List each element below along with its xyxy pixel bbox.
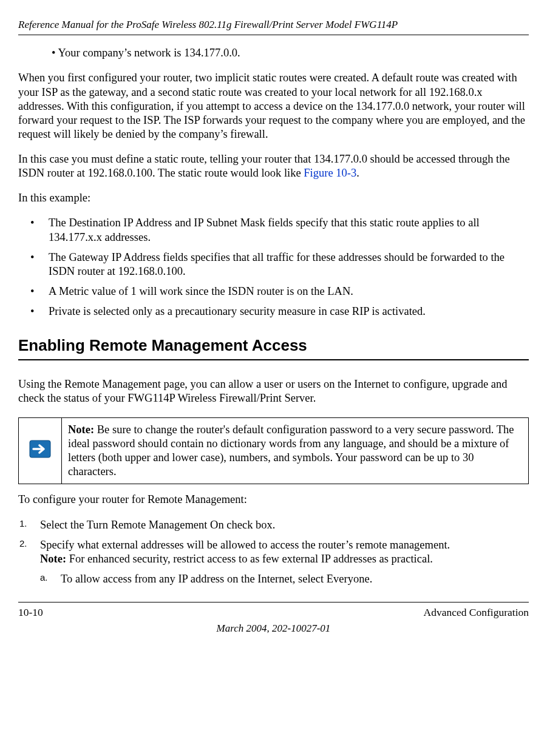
paragraph-define-static-route: In this case you must define a static ro… <box>18 152 529 180</box>
step-number: 1. <box>19 518 40 532</box>
note-text-cell: Note: Be sure to change the router's def… <box>62 417 529 484</box>
list-item-text: Private is selected only as a precaution… <box>49 305 426 319</box>
step-body: Specify what external addresses will be … <box>40 538 450 586</box>
bullet-icon: • <box>30 251 49 278</box>
step-note-text: For enhanced security, restrict access t… <box>66 553 433 565</box>
section-heading-remote-management: Enabling Remote Management Access <box>18 336 529 360</box>
step-note-label: Note: <box>40 553 66 565</box>
list-item: 1. Select the Turn Remote Management On … <box>18 518 529 532</box>
arrow-right-icon <box>29 440 51 462</box>
paragraph-remote-management: Using the Remote Management page, you ca… <box>18 377 529 405</box>
list-item: • The Destination IP Address and IP Subn… <box>18 216 529 244</box>
sub-step-text: To allow access from any IP address on t… <box>61 572 372 586</box>
list-item: 2. Specify what external addresses will … <box>18 538 529 586</box>
figure-link[interactable]: Figure 10-3 <box>304 167 356 179</box>
note-box: Note: Be sure to change the router's def… <box>18 417 529 485</box>
paragraph-implicit-routes: When you first configured your router, t… <box>18 71 529 141</box>
list-item-text: The Destination IP Address and IP Subnet… <box>49 216 529 244</box>
bullet-icon: • <box>30 285 49 299</box>
step-number: 2. <box>19 538 40 586</box>
bullet-icon: • <box>30 305 49 319</box>
bullet-icon: • <box>30 216 49 244</box>
page-number: 10-10 <box>18 606 43 619</box>
sub-step-number: a. <box>40 572 61 586</box>
list-item: • Private is selected only as a precauti… <box>18 305 529 319</box>
note-label: Note: <box>68 424 94 436</box>
example-bullet-list: • The Destination IP Address and IP Subn… <box>18 216 529 319</box>
note-text: Be sure to change the router's default c… <box>68 424 514 478</box>
list-item-text: A Metric value of 1 will work since the … <box>49 285 353 299</box>
list-item: • The Gateway IP Address fields specifie… <box>18 251 529 278</box>
text: . <box>356 167 359 179</box>
text: In this case you must define a static ro… <box>18 153 510 179</box>
list-item-text: The Gateway IP Address fields specifies … <box>49 251 529 278</box>
footer-date-doc: March 2004, 202-10027-01 <box>18 622 529 635</box>
paragraph-configure-intro: To configure your router for Remote Mana… <box>18 493 529 507</box>
page-footer: 10-10 Advanced Configuration <box>18 602 529 619</box>
company-network-bullet: • Your company’s network is 134.177.0.0. <box>52 46 529 60</box>
running-header: Reference Manual for the ProSafe Wireles… <box>18 18 529 35</box>
note-icon-cell <box>19 417 62 484</box>
list-item: • A Metric value of 1 will work since th… <box>18 285 529 299</box>
sub-step: a. To allow access from any IP address o… <box>40 572 450 586</box>
configure-steps: 1. Select the Turn Remote Management On … <box>18 518 529 587</box>
chapter-title: Advanced Configuration <box>424 606 529 619</box>
paragraph-example-intro: In this example: <box>18 191 529 205</box>
step-text: Select the Turn Remote Management On che… <box>40 518 275 532</box>
step-text: Specify what external addresses will be … <box>40 539 450 551</box>
